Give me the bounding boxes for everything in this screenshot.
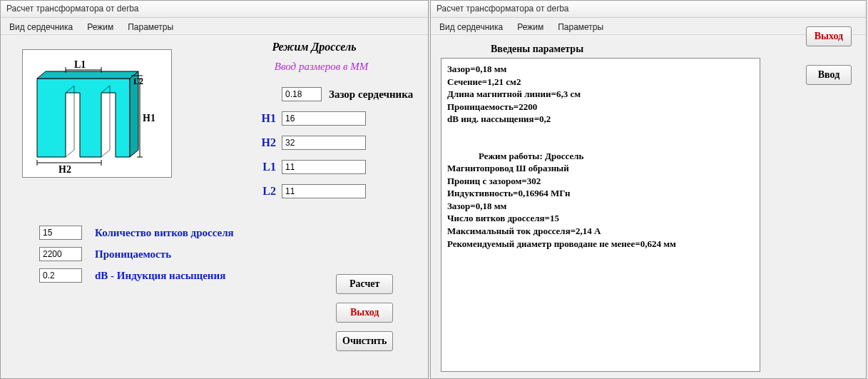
l2-label: L2 xyxy=(250,185,282,198)
right-content: Введены параметры Зазор=0,18 мм Сечение=… xyxy=(431,35,866,61)
db-label: dB - Индукция насыщения xyxy=(82,270,225,282)
left-window: Расчет трансформатора от derba Вид серде… xyxy=(0,0,429,379)
result-line: Число витков дросселя=15 xyxy=(447,212,754,225)
left-content: Режим Дроссель Ввод размеров в ММ L1 L2 … xyxy=(1,35,428,79)
result-line: Индуктивность=0,16964 МГн xyxy=(447,187,754,200)
button-column: Расчет Выход Очистить xyxy=(336,274,393,351)
result-line: Прониц с зазором=302 xyxy=(447,175,754,188)
result-line: Сечение=1,21 см2 xyxy=(447,76,754,89)
parameter-inputs: Количество витков дросселя Проницаемость… xyxy=(39,222,234,286)
menu-core-type[interactable]: Вид сердечника xyxy=(436,21,506,31)
l1-input[interactable] xyxy=(282,160,366,174)
window-title: Расчет трансформатора от derba xyxy=(1,1,428,18)
results-textarea[interactable]: Зазор=0,18 мм Сечение=1,21 см2 Длина маг… xyxy=(441,58,760,372)
core-diagram: L1 L2 H1 H2 xyxy=(22,49,172,178)
enter-button[interactable]: Ввод xyxy=(806,65,852,85)
core-svg-icon: L1 L2 H1 H2 xyxy=(23,50,173,178)
window-title: Расчет трансформатора от derba xyxy=(431,1,866,18)
exit-button[interactable]: Выход xyxy=(806,26,852,46)
menu-bar: Вид сердечника Режим Параметры xyxy=(1,18,428,35)
turns-label: Количество витков дросселя xyxy=(82,227,234,239)
menu-bar: Вид сердечника Режим Параметры xyxy=(431,18,866,35)
svg-text:H2: H2 xyxy=(58,164,71,175)
gap-input[interactable] xyxy=(282,87,322,101)
h2-input[interactable] xyxy=(282,136,366,150)
l2-input[interactable] xyxy=(282,184,366,198)
turns-input[interactable] xyxy=(39,226,82,240)
menu-parameters[interactable]: Параметры xyxy=(555,21,606,31)
gap-label: Зазор сердечника xyxy=(322,89,413,101)
result-line: Максимальный ток дросселя=2,14 А xyxy=(447,225,754,238)
l1-label: L1 xyxy=(250,161,282,173)
result-line: Рекомендуемый диаметр проводане не менее… xyxy=(447,238,754,251)
menu-mode[interactable]: Режим xyxy=(514,21,546,31)
perm-label: Проницаемость xyxy=(82,248,171,261)
result-line: Проницаемость=2200 xyxy=(447,101,754,113)
dimension-inputs: Зазор сердечника H1 H2 L1 L2 xyxy=(250,82,413,203)
result-line: dB инд. нассыщения=0,2 xyxy=(447,113,754,126)
mode-title: Режим Дроссель xyxy=(209,41,419,54)
clear-button[interactable]: Очистить xyxy=(336,331,393,351)
h1-input[interactable] xyxy=(282,111,366,126)
exit-button[interactable]: Выход xyxy=(336,303,393,323)
right-window: Расчет трансформатора от derba Вид серде… xyxy=(430,0,867,379)
menu-parameters[interactable]: Параметры xyxy=(125,21,176,31)
input-subtitle: Ввод размеров в ММ xyxy=(223,61,419,73)
result-line: Длина магнитной линии=6,3 см xyxy=(447,88,754,101)
result-line: Зазор=0,18 мм xyxy=(447,200,754,213)
calc-button[interactable]: Расчет xyxy=(336,274,393,294)
svg-text:H1: H1 xyxy=(143,113,155,123)
svg-text:L1: L1 xyxy=(74,59,86,70)
db-input[interactable] xyxy=(39,268,82,283)
params-entered-title: Введены параметры xyxy=(491,44,857,55)
result-mode-line: Режим работы: Дроссель xyxy=(447,150,754,163)
perm-input[interactable] xyxy=(39,247,82,261)
svg-text:L2: L2 xyxy=(133,76,143,86)
menu-core-type[interactable]: Вид сердечника xyxy=(6,21,76,31)
h1-label: H1 xyxy=(250,112,282,125)
menu-mode[interactable]: Режим xyxy=(84,21,116,31)
result-line: Магнитопровод Ш образный xyxy=(447,162,754,175)
result-line: Зазор=0,18 мм xyxy=(447,63,754,76)
h2-label: H2 xyxy=(250,136,282,149)
